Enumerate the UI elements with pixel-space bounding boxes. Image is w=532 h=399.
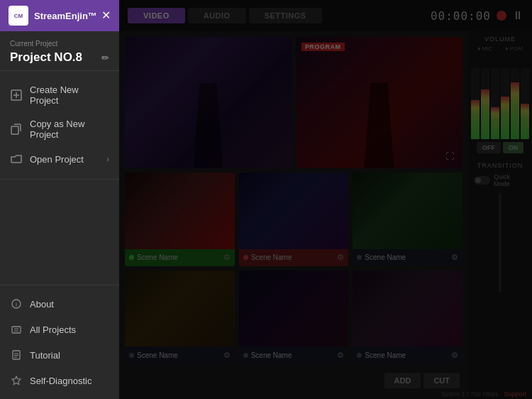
project-name: Project NO.8	[10, 50, 82, 65]
tutorial-icon	[10, 349, 23, 361]
bottom-section: i About All Projects Tutorial Self-Diagn…	[0, 285, 119, 399]
logo-area: CM StreamEnjin™	[9, 6, 97, 26]
menu-item-all-projects[interactable]: All Projects	[0, 317, 119, 342]
open-project-arrow: ›	[106, 155, 109, 163]
about-label: About	[30, 299, 109, 310]
create-new-label: Create New Project	[30, 84, 109, 106]
svg-rect-3	[11, 126, 18, 134]
menu-item-about[interactable]: i About	[0, 291, 119, 317]
self-diagnostic-icon	[10, 374, 23, 387]
spacer	[0, 180, 119, 285]
svg-text:i: i	[16, 301, 17, 308]
create-new-icon	[10, 89, 23, 102]
current-project-section: Current Project Project NO.8 ✏	[0, 31, 119, 71]
close-button[interactable]: ✕	[101, 10, 111, 21]
all-projects-icon	[10, 323, 23, 336]
open-project-label: Open Project	[30, 154, 99, 165]
edit-icon[interactable]: ✏	[101, 53, 109, 63]
menu-item-create-new[interactable]: Create New Project	[0, 78, 119, 112]
open-project-icon	[10, 153, 23, 165]
menu-item-self-diagnostic[interactable]: Self-Diagnostic	[0, 368, 119, 393]
current-project-label: Current Project	[10, 40, 109, 48]
menu-item-tutorial[interactable]: Tutorial	[0, 342, 119, 368]
self-diagnostic-label: Self-Diagnostic	[30, 376, 109, 386]
project-name-row: Project NO.8 ✏	[10, 50, 109, 65]
copy-new-icon	[10, 123, 23, 136]
tutorial-label: Tutorial	[30, 350, 109, 361]
sidebar-overlay[interactable]	[119, 0, 532, 399]
all-projects-label: All Projects	[30, 324, 109, 335]
menu-section: Create New Project Copy as New Project O…	[0, 71, 119, 180]
app-title: StreamEnjin™	[34, 11, 97, 21]
copy-new-label: Copy as New Project	[30, 119, 109, 140]
sidebar: CM StreamEnjin™ ✕ Current Project Projec…	[0, 0, 119, 399]
svg-rect-6	[12, 327, 21, 333]
about-icon: i	[10, 297, 23, 310]
menu-item-open[interactable]: Open Project ›	[0, 146, 119, 172]
menu-item-copy-new[interactable]: Copy as New Project	[0, 112, 119, 146]
app-logo: CM	[9, 6, 28, 26]
sidebar-header: CM StreamEnjin™ ✕	[0, 0, 119, 31]
